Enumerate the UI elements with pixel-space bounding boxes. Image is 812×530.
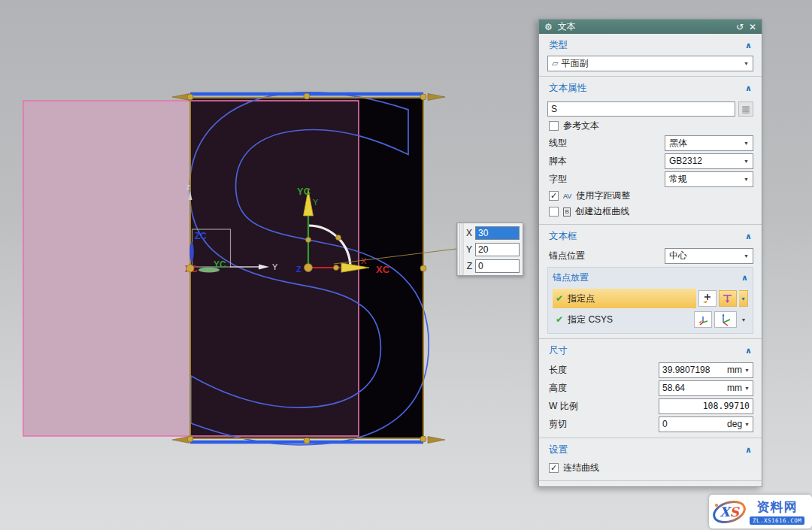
type-dropdown-value: 平面副	[561, 57, 741, 70]
reset-icon[interactable]: ↺	[736, 22, 744, 32]
dialog-title: 文本	[558, 20, 731, 33]
section-text-properties-header[interactable]: 文本属性 ∧	[547, 77, 753, 98]
watermark-site-url: ZL.XS1616.COM	[750, 516, 804, 525]
chevron-down-icon: ▼	[744, 253, 749, 259]
wcs-origin-handle[interactable]	[186, 265, 194, 272]
shear-unit: deg	[727, 419, 742, 429]
tracker-drag-handle[interactable]	[457, 223, 464, 275]
section-dimensions-header[interactable]: 尺寸 ∧	[547, 339, 753, 361]
section-text-frame-header[interactable]: 文本框 ∧	[547, 225, 753, 247]
csys-manipulator-button[interactable]	[714, 311, 737, 328]
point-type-dropdown[interactable]: ▼	[739, 290, 748, 307]
shear-field[interactable]: 0 deg ▼	[659, 416, 753, 432]
shear-label: 剪切	[547, 418, 659, 431]
w-scale-label: W 比例	[547, 400, 659, 413]
z-coordinate-label: Z	[465, 261, 472, 271]
close-icon[interactable]: ✕	[749, 22, 756, 32]
kerning-checkbox[interactable]: ✓	[549, 191, 559, 201]
origin-handle[interactable]	[304, 264, 313, 272]
collapse-icon[interactable]: ∧	[745, 346, 752, 356]
y-coordinate-input[interactable]: 20	[475, 243, 520, 256]
watermark-xs-text: XS	[720, 504, 740, 519]
collapse-icon[interactable]: ∧	[745, 83, 752, 93]
height-field[interactable]: 58.64 mm ▼	[659, 380, 753, 396]
y-coordinate-label: Y	[465, 244, 472, 255]
check-icon: ✔	[556, 293, 563, 304]
chevron-down-icon: ▼	[744, 61, 749, 66]
specify-point-label: 指定点	[568, 292, 595, 305]
height-label: 高度	[547, 382, 659, 395]
anchor-placement-header[interactable]: 锚点放置 ∧	[553, 268, 748, 287]
csys-xc-label: XC	[376, 264, 390, 275]
point-dialog-icon	[701, 292, 714, 304]
script-label: 脚本	[547, 155, 665, 168]
y-axis-drag-dot[interactable]	[306, 238, 311, 243]
inferred-point-button[interactable]	[719, 290, 737, 307]
anchor-location-dropdown[interactable]: 中心 ▼	[665, 248, 753, 264]
plane-type-icon: ▱	[552, 59, 558, 68]
anchor-location-label: 锚点位置	[547, 250, 665, 262]
gear-icon: ⚙	[544, 23, 553, 32]
kerning-icon: AV	[563, 192, 571, 200]
join-curves-label: 连结曲线	[563, 462, 599, 474]
text-dialog: ⚙ 文本 ↺ ✕ 类型 ∧ ▱ 平面副 ▼ 文本属性 ∧ S	[538, 19, 762, 487]
symbols-grid-button[interactable]: ▦	[738, 101, 753, 117]
chevron-down-icon[interactable]: ▼	[744, 422, 750, 427]
csys-dialog-button[interactable]	[694, 311, 712, 328]
arc-drag-dot[interactable]	[336, 235, 341, 241]
section-type-header[interactable]: 类型 ∧	[547, 34, 753, 56]
specify-csys-row[interactable]: ✔ 指定 CSYS	[553, 310, 692, 329]
type-dropdown[interactable]: ▱ 平面副 ▼	[547, 56, 753, 71]
kerning-label: 使用字距调整	[576, 189, 630, 202]
csys-dialog-icon	[697, 313, 709, 326]
chevron-down-icon[interactable]: ▼	[744, 368, 750, 373]
wcs-yc-label: YC	[214, 259, 226, 270]
chevron-down-icon: ▼	[744, 177, 749, 182]
application-canvas: S Y ZC XC YC	[0, 0, 812, 530]
z-coordinate-input[interactable]: 0	[475, 259, 520, 273]
length-field[interactable]: 39.9807198 mm ▼	[659, 362, 753, 378]
svg-text:z: z	[186, 183, 190, 191]
reference-text-label: 参考文本	[563, 120, 599, 132]
coordinate-tracker[interactable]: X 30 Y 20 Z 0	[456, 223, 523, 276]
x-axis-drag-dot[interactable]	[334, 265, 339, 271]
length-label: 长度	[547, 364, 659, 377]
chevron-down-icon: ▼	[744, 159, 749, 164]
point-dialog-button[interactable]	[698, 290, 717, 307]
collapse-icon[interactable]: ∧	[745, 445, 752, 455]
frame-curves-label: 创建边框曲线	[575, 205, 629, 218]
watermark-site-name: 资料网	[757, 498, 798, 516]
dialog-titlebar[interactable]: ⚙ 文本 ↺ ✕	[539, 20, 762, 34]
csys-z-label: Z	[296, 265, 301, 274]
w-scale-field[interactable]: 108.99710	[659, 398, 753, 414]
wcs-y-label: Y	[272, 262, 278, 271]
collapse-icon[interactable]: ∧	[741, 273, 748, 283]
length-unit: mm	[727, 365, 742, 375]
anchor-placement-group: 锚点放置 ∧ ✔ 指定点	[547, 267, 753, 334]
frame-curves-checkbox[interactable]	[549, 207, 559, 217]
font-style-label: 字型	[547, 173, 665, 186]
chevron-down-icon[interactable]: ▼	[744, 386, 750, 391]
text-string-input[interactable]: S	[547, 101, 735, 117]
script-dropdown[interactable]: GB2312 ▼	[665, 153, 753, 169]
specify-point-row[interactable]: ✔ 指定点	[553, 289, 696, 308]
font-dropdown[interactable]: 黑体 ▼	[665, 135, 753, 151]
reference-text-checkbox[interactable]	[549, 121, 559, 131]
chevron-down-icon: ▼	[744, 141, 749, 146]
check-icon: ✔	[556, 314, 563, 325]
csys-y-label: Y	[313, 198, 319, 207]
watermark-ellipse-icon: XS	[710, 497, 748, 527]
wcs-zc-label: ZC	[195, 231, 207, 241]
x-coordinate-input[interactable]: 30	[475, 226, 520, 240]
font-style-dropdown[interactable]: 常规 ▼	[665, 171, 753, 187]
csys-x-label: X	[361, 256, 367, 265]
join-curves-checkbox[interactable]: ✓	[549, 463, 559, 473]
x-coordinate-label: X	[465, 228, 472, 238]
watermark-logo: XS 资料网 ZL.XS1616.COM	[709, 495, 812, 528]
wcs-zc-cone	[189, 242, 194, 262]
collapse-icon[interactable]: ∧	[745, 232, 752, 241]
csys-type-dropdown[interactable]: ▼	[739, 311, 748, 328]
collapse-icon[interactable]: ∧	[745, 41, 752, 50]
section-settings-header[interactable]: 设置 ∧	[547, 438, 753, 460]
linetype-label: 线型	[547, 137, 665, 150]
